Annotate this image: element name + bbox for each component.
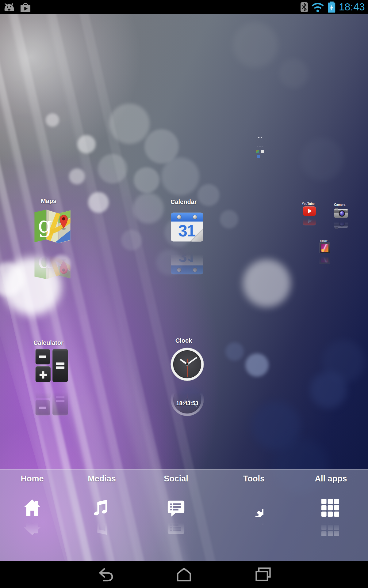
dock-tab-label: Medias (88, 474, 116, 484)
home-icon (174, 567, 194, 582)
app-youtube[interactable]: YouTube (303, 202, 316, 216)
youtube-icon (303, 206, 316, 216)
dock-tab-label: Social (164, 474, 188, 484)
app-calendar[interactable]: Calendar (170, 198, 204, 243)
dock-tab-all-apps[interactable]: All apps (297, 474, 365, 517)
app-grid-icon-reflection (321, 517, 340, 536)
calendar-icon-reflection (170, 243, 204, 279)
app-label: Clock (159, 337, 209, 344)
camera-icon-reflection (334, 218, 348, 229)
tiny-shortcut-label (257, 146, 258, 146)
app-gallery[interactable]: Gallery (320, 240, 330, 253)
android-mascot-icon (2, 2, 16, 12)
app-clock[interactable]: Clock 18:43:53 (170, 337, 205, 382)
navigation-bar (0, 561, 368, 588)
clock-icon-reflection (170, 382, 205, 417)
dock-tab-label: Tools (243, 474, 265, 484)
tiny-shortcut-icon[interactable] (256, 150, 259, 153)
gallery-icon-reflection (320, 253, 330, 264)
app-label: Gallery (316, 240, 331, 242)
tiny-shortcut-dot[interactable] (258, 137, 259, 138)
app-label: Camera (330, 203, 349, 206)
android-home-screen: 18:43 Maps Calendar (0, 0, 368, 588)
youtube-icon-reflection (303, 216, 316, 225)
chat-bubble-icon (167, 498, 186, 517)
tiny-shortcut-icon[interactable] (257, 155, 260, 158)
recents-icon (254, 567, 273, 582)
dock-tab-medias[interactable]: Medias (68, 474, 136, 517)
camera-icon (334, 207, 348, 218)
dock: Home Medias Social (0, 469, 368, 561)
gear-icon (244, 498, 263, 517)
gallery-icon (320, 243, 330, 253)
gear-icon-reflection (244, 517, 263, 536)
app-label: Calculator (25, 339, 71, 346)
maps-icon-reflection (33, 244, 71, 282)
home-button[interactable] (174, 567, 194, 582)
app-calculator[interactable]: Calculator (35, 339, 68, 382)
app-label: Calendar (159, 198, 208, 205)
calculator-icon-reflection (35, 382, 68, 416)
recents-button[interactable] (254, 567, 273, 582)
tiny-shortcut-label (262, 146, 263, 146)
music-note-icon-reflection (92, 517, 111, 536)
tiny-shortcut-dot[interactable] (261, 137, 262, 138)
back-icon (96, 567, 115, 582)
calendar-icon (170, 208, 204, 243)
app-grid-icon (321, 499, 339, 517)
clock-time: 18:43 (339, 0, 365, 14)
app-maps[interactable]: Maps (33, 198, 71, 244)
dock-tab-tools[interactable]: Tools (220, 474, 288, 517)
back-button[interactable] (96, 567, 115, 582)
play-store-icon (20, 2, 31, 12)
status-bar-notifications (2, 0, 31, 14)
dock-tab-home[interactable]: Home (0, 474, 66, 517)
dock-tab-label: All apps (315, 474, 347, 484)
tiny-shortcut-label (259, 146, 261, 146)
home-icon-reflection (23, 517, 42, 536)
music-note-icon (92, 498, 111, 517)
home-icon (23, 498, 42, 517)
app-label: Maps (22, 198, 75, 205)
tiny-shortcut-icon[interactable] (261, 150, 264, 153)
status-bar-indicators: 18:43 (301, 0, 365, 14)
chat-bubble-icon-reflection (167, 517, 186, 536)
battery-charging-icon (328, 2, 336, 13)
calculator-icon (35, 349, 68, 382)
app-camera[interactable]: Camera (334, 203, 348, 218)
dock-tab-label: Home (21, 474, 44, 484)
app-label: YouTube (299, 202, 317, 205)
maps-icon (33, 207, 71, 244)
bluetooth-icon (301, 2, 308, 12)
dock-tab-social[interactable]: Social (142, 474, 210, 517)
status-bar: 18:43 (0, 0, 368, 14)
analog-clock-icon (170, 347, 205, 382)
wifi-icon (311, 2, 324, 13)
digital-clock-time: 18:43:53 (176, 400, 198, 407)
